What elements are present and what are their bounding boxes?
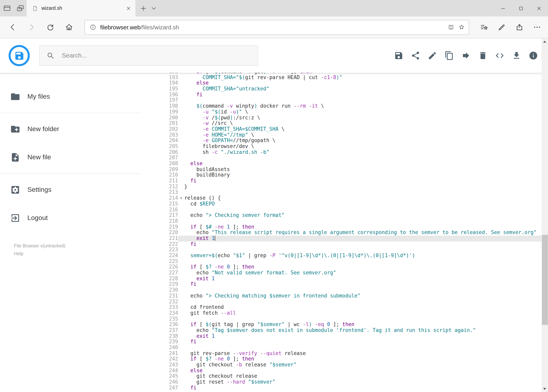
code-line[interactable]: 196 fi (141, 92, 541, 98)
code-line[interactable]: 236 if [ $(git tag | grep "$semver" | wc… (141, 322, 541, 328)
code-line[interactable]: 201 -w //src \ (141, 120, 541, 126)
code-line[interactable]: 204 -e GOPATH=//tmp/gopath \ (141, 138, 541, 144)
code-line[interactable]: 193 COMMIT_SHA="$(git rev-parse HEAD | c… (141, 75, 541, 80)
url-text[interactable]: filebrowser.web/files/wizard.sh (100, 24, 444, 30)
code-line[interactable]: 208 else (141, 161, 541, 167)
code-line[interactable]: 226 if [ $? -ne 0 ]; then (141, 264, 541, 270)
code-editor[interactable]: 192 if [ "$(command -v git)" != "" ]; th… (141, 73, 541, 392)
sidebar-item-settings[interactable]: Settings (0, 178, 141, 202)
code-line[interactable]: 239 fi (141, 339, 541, 345)
copy-button[interactable] (444, 51, 454, 60)
code-line[interactable]: 218 (141, 218, 541, 224)
address-bar[interactable]: filebrowser.web/files/wizard.sh (84, 20, 469, 35)
code-line[interactable]: 234 git fetch --all (141, 310, 541, 316)
home-button[interactable] (60, 19, 77, 35)
code-line[interactable]: 221 exit 1 (141, 236, 541, 241)
code-line[interactable]: 247 fi (141, 385, 541, 391)
code-line[interactable]: 243 git checkout -b release "$semver" (141, 362, 541, 368)
code-line[interactable]: 200 -v /$(pwd):/src:z \ (141, 115, 541, 120)
back-button[interactable] (4, 19, 21, 35)
code-line[interactable]: 227 echo "Not valid semver format. See s… (141, 270, 541, 276)
site-info-icon[interactable] (90, 24, 96, 30)
code-line[interactable]: 235 (141, 316, 541, 322)
search-box[interactable] (39, 45, 258, 66)
code-line[interactable]: 214▾release () { (141, 195, 541, 201)
scroll-down-arrow[interactable] (541, 385, 548, 392)
code-line[interactable]: 213 (141, 190, 541, 195)
sidebar-item-logout[interactable]: Logout (0, 206, 141, 230)
tab-close-button[interactable] (126, 5, 132, 11)
code-line[interactable]: 224 semver=$(echo "$1" | grep -P '^v(0|[… (141, 253, 541, 259)
code-line[interactable]: 209 buildAssets (141, 167, 541, 172)
edit-button[interactable] (428, 51, 437, 60)
code-line[interactable]: 244 else (141, 368, 541, 374)
set-tabs-aside-button[interactable] (16, 4, 24, 12)
code-line[interactable]: 219 if [ $# -ne 1 ]; then (141, 224, 541, 230)
code-line[interactable]: 238 exit 1 (141, 333, 541, 339)
move-button[interactable] (461, 51, 471, 60)
code-line[interactable]: 230 (141, 287, 541, 293)
scroll-up-arrow[interactable] (541, 38, 548, 45)
fold-marker-icon[interactable]: ▾ (178, 195, 184, 201)
close-button[interactable] (530, 0, 548, 16)
sidebar-item-new-folder[interactable]: New folder (0, 117, 141, 141)
code-line[interactable]: 231 echo "> Checking matching $semver in… (141, 293, 541, 299)
share-page-icon[interactable] (515, 23, 523, 31)
reading-view-icon[interactable] (447, 24, 454, 30)
code-line[interactable]: 202 -e COMMIT_SHA=$COMMIT_SHA \ (141, 126, 541, 132)
help-link[interactable]: Help (14, 250, 141, 258)
code-line[interactable]: 211 fi (141, 178, 541, 184)
tab-preview-chevron-icon[interactable] (151, 5, 157, 11)
download-button[interactable] (512, 51, 521, 60)
raw-code-button[interactable] (495, 51, 504, 60)
delete-button[interactable] (478, 51, 487, 60)
code-line[interactable]: 216 (141, 207, 541, 213)
filebrowser-logo[interactable] (9, 45, 30, 66)
browser-tab[interactable]: wizard.sh (27, 0, 135, 16)
code-line[interactable]: 197 (141, 98, 541, 103)
code-line[interactable]: 233 cd frontend (141, 305, 541, 310)
code-line[interactable]: 245 git checkout release (141, 374, 541, 379)
scrollbar-thumb[interactable] (542, 235, 548, 325)
code-line[interactable]: 206 sh -c "./wizard.sh -b" (141, 149, 541, 155)
code-line[interactable]: 242 if [ $? -ne 0 ]; then (141, 356, 541, 362)
code-line[interactable]: 220 echo "This release script requires a… (141, 230, 541, 236)
save-button[interactable] (394, 51, 403, 60)
code-line[interactable]: 223 (141, 247, 541, 253)
web-notes-pen-icon[interactable] (498, 23, 506, 31)
code-line[interactable]: 203 -e HOME="//tmp" \ (141, 132, 541, 138)
search-input[interactable] (61, 52, 251, 59)
code-line[interactable]: 215 cd $REPO (141, 201, 541, 207)
code-line[interactable]: 194 else (141, 80, 541, 86)
code-line[interactable]: 225 (141, 259, 541, 264)
code-line[interactable]: 207 (141, 155, 541, 161)
page-scrollbar[interactable] (541, 38, 548, 392)
code-line[interactable]: 222 fi (141, 241, 541, 247)
code-line[interactable]: 212} (141, 184, 541, 190)
sidebar-item-my-files[interactable]: My files (0, 84, 141, 109)
code-line[interactable]: 199 -u "$(id -u)" \ (141, 109, 541, 115)
code-line[interactable]: 210 buildBinary (141, 172, 541, 178)
code-line[interactable]: 205 filebrowser/dev \ (141, 144, 541, 149)
tabs-preview-button[interactable] (3, 4, 11, 12)
code-line[interactable]: 195 COMMIT_SHA="untracked" (141, 86, 541, 92)
code-line[interactable]: 229 fi (141, 282, 541, 287)
add-favorite-star-icon[interactable] (458, 24, 465, 30)
share-button[interactable] (411, 51, 420, 60)
forward-button[interactable] (23, 19, 40, 35)
code-line[interactable]: 217 echo "> Checking semver format" (141, 213, 541, 218)
new-tab-button[interactable] (140, 5, 147, 12)
code-line[interactable]: 237 echo "Tag $semver does not exist in … (141, 328, 541, 333)
code-line[interactable]: 240 (141, 345, 541, 350)
sidebar-item-new-file[interactable]: New file (0, 145, 141, 169)
info-button[interactable] (528, 51, 538, 60)
code-line[interactable]: 198 $(command -v winpty) docker run --rm… (141, 103, 541, 109)
refresh-button[interactable] (42, 19, 59, 35)
hub-favorites-icon[interactable] (480, 23, 488, 31)
maximize-button[interactable] (512, 0, 530, 16)
more-options-icon[interactable] (533, 23, 541, 31)
minimize-button[interactable] (494, 0, 512, 16)
code-line[interactable]: 228 exit 1 (141, 276, 541, 282)
code-line[interactable]: 246 git reset --hard "$semver" (141, 379, 541, 385)
code-line[interactable]: 232 (141, 299, 541, 305)
